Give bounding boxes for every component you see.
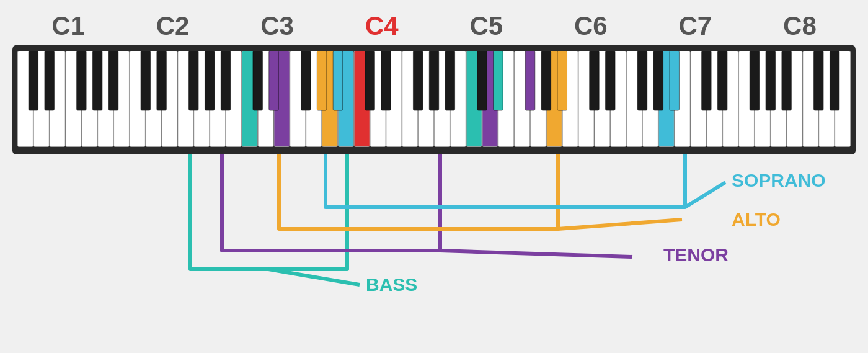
soprano-label-line xyxy=(685,182,725,207)
svg-rect-78 xyxy=(606,51,616,110)
soprano-range-bracket xyxy=(326,154,685,207)
svg-rect-56 xyxy=(108,51,118,110)
octave-label-c4: C4 xyxy=(339,11,425,41)
svg-rect-62 xyxy=(253,51,263,110)
svg-rect-67 xyxy=(365,51,375,110)
octave-label-c8: C8 xyxy=(756,11,843,41)
svg-rect-52 xyxy=(29,51,38,110)
tenor-label-line xyxy=(440,251,632,257)
svg-rect-83 xyxy=(717,51,727,110)
svg-rect-64 xyxy=(301,51,311,110)
svg-rect-70 xyxy=(429,51,439,110)
alto-label-line xyxy=(558,220,682,229)
svg-rect-88 xyxy=(830,51,839,110)
svg-rect-58 xyxy=(157,51,167,110)
piano-keyboard: .wk { fill: white; stroke: #999; stroke-… xyxy=(12,45,856,154)
svg-rect-80 xyxy=(653,51,663,110)
alto-label: ALTO xyxy=(732,209,781,230)
svg-rect-74 xyxy=(525,51,535,110)
svg-rect-73 xyxy=(494,51,503,110)
tenor-label: TENOR xyxy=(663,244,728,265)
octave-label-c7: C7 xyxy=(652,11,738,41)
svg-rect-76 xyxy=(557,51,567,110)
svg-rect-71 xyxy=(445,51,455,110)
svg-rect-61 xyxy=(221,51,231,110)
svg-rect-82 xyxy=(702,51,712,110)
svg-rect-81 xyxy=(670,51,680,110)
svg-rect-86 xyxy=(782,51,792,110)
octave-label-c6: C6 xyxy=(547,11,634,41)
svg-rect-63 xyxy=(269,51,279,110)
svg-rect-68 xyxy=(381,51,391,110)
svg-rect-54 xyxy=(77,51,87,110)
octave-label-c2: C2 xyxy=(130,11,216,41)
svg-rect-57 xyxy=(141,51,151,110)
svg-rect-75 xyxy=(541,51,551,110)
octave-label-c5: C5 xyxy=(443,11,529,41)
svg-rect-72 xyxy=(477,51,487,110)
svg-rect-60 xyxy=(205,51,215,110)
alto-range-bracket xyxy=(279,154,558,229)
svg-rect-55 xyxy=(92,51,102,110)
bass-label: BASS xyxy=(366,274,417,295)
piano-svg: .wk { fill: white; stroke: #999; stroke-… xyxy=(17,51,851,147)
svg-rect-69 xyxy=(413,51,423,110)
tenor-range-bracket xyxy=(222,154,440,251)
voice-ranges-container: SOPRANO ALTO TENOR BASS xyxy=(12,154,856,303)
octave-labels-row: C1 C2 C3 C4 C5 C6 C7 C8 xyxy=(19,11,849,41)
svg-rect-53 xyxy=(45,51,55,110)
octave-label-c1: C1 xyxy=(25,11,112,41)
svg-rect-59 xyxy=(189,51,199,110)
svg-rect-87 xyxy=(814,51,824,110)
octave-label-c3: C3 xyxy=(234,11,321,41)
svg-rect-65 xyxy=(317,51,327,110)
bass-label-line xyxy=(268,269,360,285)
svg-rect-85 xyxy=(766,51,776,110)
voice-ranges-svg: SOPRANO ALTO TENOR BASS xyxy=(12,154,856,303)
svg-rect-66 xyxy=(333,51,343,110)
svg-rect-79 xyxy=(637,51,647,110)
svg-rect-84 xyxy=(750,51,760,110)
soprano-label: SOPRANO xyxy=(732,170,826,190)
piano-keys-container: .wk { fill: white; stroke: #999; stroke-… xyxy=(17,51,851,147)
svg-rect-77 xyxy=(590,51,600,110)
